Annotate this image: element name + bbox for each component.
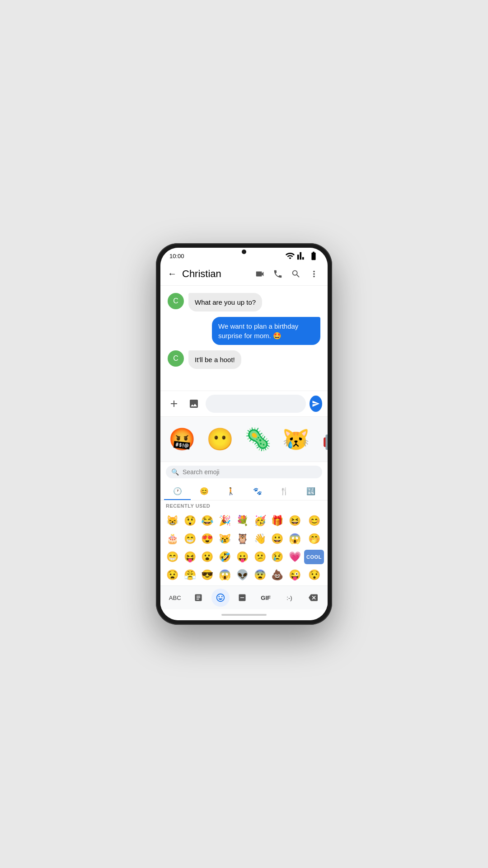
emoji-cell[interactable]: 🎂 <box>164 530 181 547</box>
kb-emoji-button[interactable] <box>211 589 230 607</box>
sticker-germ[interactable]: 🦠 <box>240 421 276 458</box>
emoji-cell[interactable]: 😕 <box>252 548 268 566</box>
contact-name: Christian <box>182 268 252 280</box>
emoji-cat-food[interactable]: 🍴 <box>271 482 297 500</box>
keyboard-bottom-bar: ABC GIF :-) <box>160 585 328 609</box>
emoji-cell[interactable]: 💩 <box>269 566 286 584</box>
send-button[interactable] <box>310 396 322 412</box>
message-row-sent-1: We want to plan a birthday surprise for … <box>168 317 320 345</box>
avatar-christian-2: C <box>168 350 184 367</box>
signal-icon <box>297 251 307 261</box>
wifi-icon <box>285 251 295 261</box>
kb-emoticon-button[interactable]: :-) <box>278 589 300 607</box>
emoji-cell[interactable]: 😱 <box>216 566 233 584</box>
emoji-cell[interactable]: 💐 <box>234 512 251 529</box>
emoji-search-input[interactable] <box>183 468 317 476</box>
app-bar-actions <box>252 266 322 282</box>
emoji-cell[interactable]: 😂 <box>199 512 216 529</box>
emoji-cell[interactable]: 😎 <box>199 566 216 584</box>
search-button[interactable] <box>288 266 304 282</box>
emoji-cell[interactable]: 😯 <box>304 566 324 584</box>
cool-badge-cell[interactable]: COOL <box>304 548 324 566</box>
app-bar: ← Christian <box>160 262 328 286</box>
emoji-cell[interactable]: 🦉 <box>234 530 251 547</box>
home-bar <box>221 614 267 616</box>
cool-badge: COOL <box>304 550 324 564</box>
phone-call-button[interactable] <box>270 266 286 282</box>
avatar-christian-1: C <box>168 293 184 309</box>
message-bubble-sent-1: We want to plan a birthday surprise for … <box>212 317 320 345</box>
emoji-cell[interactable]: 😀 <box>269 530 286 547</box>
emoji-cat-people[interactable]: 🚶 <box>217 482 244 500</box>
more-options-button[interactable] <box>306 266 322 282</box>
add-button[interactable] <box>166 396 182 412</box>
kb-delete-button[interactable] <box>302 589 324 607</box>
message-bubble-received-1: What are you up to? <box>188 293 262 311</box>
chat-area: C What are you up to? We want to plan a … <box>160 286 328 391</box>
emoji-cell[interactable]: 😆 <box>286 512 303 529</box>
emoji-cell[interactable]: 😮 <box>199 548 216 566</box>
kb-abc-button[interactable]: ABC <box>164 589 186 607</box>
camera-dot <box>242 250 246 254</box>
emoji-cell[interactable]: 😿 <box>216 530 233 547</box>
emoji-cat-recent[interactable]: 🕐 <box>164 482 191 500</box>
emoji-cell[interactable]: 🤣 <box>216 548 233 566</box>
kb-gif-button[interactable]: GIF <box>255 589 277 607</box>
emoji-search-icon: 🔍 <box>171 468 179 476</box>
emoji-cell[interactable]: 😊 <box>304 512 324 529</box>
emoji-cell[interactable]: 😲 <box>182 512 198 529</box>
gallery-button[interactable] <box>186 396 202 412</box>
battery-icon <box>309 251 319 261</box>
emoji-cell[interactable]: 🥳 <box>252 512 268 529</box>
emoji-cell[interactable]: 😧 <box>164 566 181 584</box>
emoji-cat-smileys[interactable]: 😊 <box>191 482 217 500</box>
back-button[interactable]: ← <box>166 267 178 281</box>
kb-sticker-button[interactable] <box>188 589 209 607</box>
emoji-cat-symbols[interactable]: 🔣 <box>297 482 324 500</box>
message-input[interactable] <box>206 395 306 413</box>
emoji-search-bar: 🔍 <box>160 462 328 482</box>
emoji-cell[interactable]: 💗 <box>286 548 303 566</box>
emoji-keyboard: 🔍 🕐 😊 🚶 🐾 🍴 🔣 RECENTLY USED <box>160 462 328 609</box>
emoji-cell[interactable]: 🤭 <box>304 530 324 547</box>
emoji-cell[interactable]: 😸 <box>164 512 181 529</box>
input-area <box>160 391 328 416</box>
emoji-cell[interactable]: 😁 <box>164 548 181 566</box>
sticker-blank[interactable]: 😶 <box>202 421 238 458</box>
emoji-cell[interactable]: 😝 <box>182 548 198 566</box>
emoji-cell[interactable]: 😱 <box>286 530 303 547</box>
emoji-search-wrap: 🔍 <box>166 466 322 478</box>
emoji-cell[interactable]: 🎁 <box>269 512 286 529</box>
status-icons <box>285 251 319 261</box>
phone-frame: 10:00 ← Christian <box>156 243 332 625</box>
emoji-cell[interactable]: 😤 <box>182 566 198 584</box>
sticker-robot[interactable]: 🤖 <box>316 421 328 458</box>
sticker-row: 🤬 😶 🦠 😿 🤖 <box>160 416 328 462</box>
emoji-cell[interactable]: 😍 <box>199 530 216 547</box>
emoji-cell[interactable]: 👋 <box>252 530 268 547</box>
message-bubble-received-2: It'll be a hoot! <box>188 350 241 369</box>
message-row-received-1: C What are you up to? <box>168 293 320 311</box>
emoji-cell[interactable]: 👽 <box>234 566 251 584</box>
emoji-cell[interactable]: 😢 <box>269 548 286 566</box>
home-indicator <box>160 609 328 620</box>
message-row-received-2: C It'll be a hoot! <box>168 350 320 369</box>
emoji-cat-animals[interactable]: 🐾 <box>244 482 271 500</box>
emoji-category-bar: 🕐 😊 🚶 🐾 🍴 🔣 <box>160 482 328 500</box>
emoji-cell[interactable]: 🎉 <box>216 512 233 529</box>
emoji-cell[interactable]: 😜 <box>286 566 303 584</box>
kb-meme-button[interactable] <box>231 589 253 607</box>
sticker-cursing[interactable]: 🤬 <box>164 421 200 458</box>
emoji-cell[interactable]: 😁 <box>182 530 198 547</box>
emoji-grid: 😸 😲 😂 🎉 💐 🥳 🎁 😆 😊 🎂 😁 😍 😿 🦉 👋 😀 😱 🤭 <box>160 510 328 585</box>
phone-screen: 10:00 ← Christian <box>160 248 328 620</box>
emoji-cell[interactable]: 😛 <box>234 548 251 566</box>
video-call-button[interactable] <box>252 266 268 282</box>
emoji-section-label: RECENTLY USED <box>160 500 328 510</box>
sticker-sad[interactable]: 😿 <box>278 421 314 458</box>
emoji-cell[interactable]: 😨 <box>252 566 268 584</box>
status-time: 10:00 <box>169 253 184 259</box>
